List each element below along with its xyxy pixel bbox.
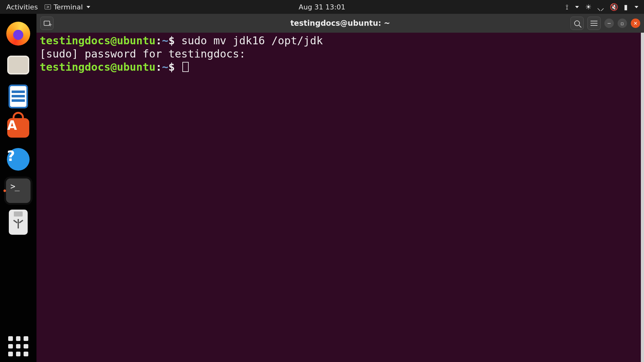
new-tab-button[interactable] <box>40 17 53 30</box>
terminal-output-area[interactable]: testingdocs@ubuntu:~$ sudo mv jdk16 /opt… <box>36 33 644 362</box>
dock-item-ubuntu-software[interactable] <box>6 116 31 140</box>
volume-muted-icon: 🔇 <box>610 3 618 11</box>
search-icon <box>574 20 580 26</box>
window-titlebar: testingdocs@ubuntu: ~ ─ ▫ ✕ <box>36 14 644 33</box>
dock-item-files[interactable] <box>6 53 31 77</box>
activities-button[interactable]: Activities <box>4 2 40 12</box>
system-status-area[interactable]: ☀ ⸜⸝ 🔇 ▮ <box>585 3 638 11</box>
terminal-window: testingdocs@ubuntu: ~ ─ ▫ ✕ testingdocs@… <box>36 14 644 362</box>
dock-item-usb-drive[interactable] <box>6 210 31 234</box>
brightness-icon: ☀ <box>585 3 591 11</box>
search-button[interactable] <box>570 17 584 30</box>
window-title: testingdocs@ubuntu: ~ <box>290 19 390 28</box>
show-applications-button[interactable] <box>8 336 28 356</box>
close-button[interactable]: ✕ <box>631 19 640 28</box>
chevron-down-icon <box>635 6 638 8</box>
hamburger-icon <box>591 23 597 24</box>
chevron-down-icon[interactable] <box>575 6 579 8</box>
gnome-top-panel: Activities > Terminal Aug 31 13:01 ⟟ ☀ ⸜… <box>0 0 644 14</box>
new-tab-icon <box>44 21 50 26</box>
app-menu[interactable]: > Terminal <box>43 3 92 12</box>
accessibility-icon[interactable]: ⟟ <box>566 3 568 11</box>
dock-item-help[interactable] <box>6 147 31 172</box>
dock-item-firefox[interactable] <box>6 21 31 46</box>
clock[interactable]: Aug 31 13:01 <box>299 3 345 11</box>
hamburger-menu-button[interactable] <box>587 17 601 30</box>
chevron-down-icon <box>86 6 90 8</box>
battery-icon: ▮ <box>624 3 628 11</box>
minimize-button[interactable]: ─ <box>604 19 614 28</box>
maximize-button[interactable]: ▫ <box>618 19 627 28</box>
app-menu-label: Terminal <box>53 3 83 11</box>
dock-item-writer[interactable] <box>6 84 31 109</box>
terminal-icon: > <box>45 4 51 9</box>
wifi-icon: ⸜⸝ <box>597 3 604 11</box>
dock-item-terminal[interactable] <box>6 178 31 203</box>
ubuntu-dock <box>0 14 36 362</box>
